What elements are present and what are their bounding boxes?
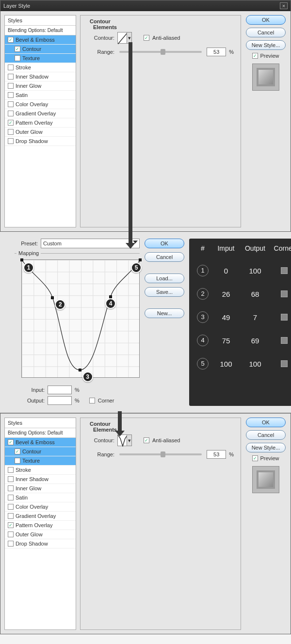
style-item-inner-shadow[interactable]: Inner Shadow: [5, 475, 76, 484]
chevron-down-icon[interactable]: [133, 241, 138, 243]
editor-cancel-button[interactable]: Cancel: [145, 252, 184, 262]
style-checkbox[interactable]: ✓: [15, 449, 20, 454]
style-checkbox[interactable]: ✓: [8, 37, 14, 43]
style-item-outer-glow[interactable]: Outer Glow: [5, 530, 76, 539]
editor-ok-button[interactable]: OK: [145, 239, 184, 248]
style-checkbox[interactable]: ✓: [15, 46, 20, 52]
chevron-down-icon[interactable]: ▾: [127, 32, 131, 43]
style-checkbox[interactable]: [8, 83, 14, 89]
style-checkbox[interactable]: [8, 476, 14, 482]
contour-graph[interactable]: 12345: [21, 259, 140, 378]
control-point[interactable]: [20, 258, 23, 261]
style-checkbox[interactable]: [8, 485, 14, 491]
control-point[interactable]: [51, 296, 54, 299]
style-item-satin[interactable]: Satin: [5, 91, 76, 100]
new-style-button[interactable]: New Style...: [246, 443, 286, 452]
close-icon[interactable]: ×: [280, 2, 288, 9]
style-checkbox[interactable]: [15, 458, 20, 464]
style-item-inner-glow[interactable]: Inner Glow: [5, 81, 76, 91]
anti-aliased-checkbox[interactable]: ✓: [144, 437, 149, 443]
range-value[interactable]: 53: [207, 48, 226, 56]
ok-button[interactable]: OK: [246, 418, 286, 427]
point-badge: 4: [105, 298, 116, 309]
col-num: #: [194, 244, 211, 252]
input-field[interactable]: [48, 386, 72, 394]
style-checkbox[interactable]: [8, 541, 14, 547]
contour-picker[interactable]: ▾: [117, 435, 132, 446]
style-checkbox[interactable]: [8, 467, 14, 473]
style-checkbox[interactable]: [8, 129, 14, 135]
point-badge: 2: [55, 299, 65, 310]
range-slider[interactable]: [119, 51, 202, 53]
new-style-button[interactable]: New Style...: [246, 40, 286, 50]
style-checkbox[interactable]: ✓: [8, 439, 14, 445]
contour-settings-panel: Contour Elements Contour: ▾ ✓ Anti-alias…: [80, 15, 241, 227]
style-checkbox[interactable]: [8, 495, 14, 500]
style-item-pattern-overlay[interactable]: ✓Pattern Overlay: [5, 521, 76, 530]
cancel-button[interactable]: Cancel: [246, 430, 286, 440]
ok-button[interactable]: OK: [246, 15, 286, 25]
style-checkbox[interactable]: [8, 92, 14, 98]
style-item-texture[interactable]: Texture: [5, 54, 76, 63]
style-label: Pattern Overlay: [16, 522, 52, 528]
output-field[interactable]: [48, 396, 72, 405]
preview-checkbox[interactable]: ✓: [252, 455, 258, 461]
style-item-color-overlay[interactable]: Color Overlay: [5, 100, 76, 109]
cancel-button[interactable]: Cancel: [246, 28, 286, 37]
style-checkbox[interactable]: ✓: [8, 120, 14, 126]
range-slider[interactable]: [119, 453, 202, 455]
range-value[interactable]: 53: [207, 450, 226, 459]
row-badge: 5: [197, 358, 209, 370]
style-item-outer-glow[interactable]: Outer Glow: [5, 128, 76, 137]
style-item-contour[interactable]: ✓Contour: [5, 447, 76, 456]
preview-checkbox[interactable]: ✓: [252, 53, 258, 59]
style-item-inner-glow[interactable]: Inner Glow: [5, 484, 76, 493]
style-checkbox[interactable]: [8, 504, 14, 510]
style-item-gradient-overlay[interactable]: Gradient Overlay: [5, 512, 76, 521]
row-corner-checkbox[interactable]: [281, 337, 288, 344]
row-corner-checkbox[interactable]: [281, 314, 288, 321]
style-label: Drop Shadow: [16, 138, 48, 144]
contour-picker[interactable]: ▾: [117, 32, 132, 44]
blending-options-label[interactable]: Blending Options: Default: [5, 428, 76, 438]
style-item-color-overlay[interactable]: Color Overlay: [5, 502, 76, 512]
save-button[interactable]: Save...: [145, 287, 184, 297]
new-button[interactable]: New...: [145, 308, 184, 318]
row-corner-checkbox[interactable]: [281, 267, 288, 274]
style-label: Satin: [16, 92, 28, 98]
style-item-contour[interactable]: ✓Contour: [5, 45, 76, 54]
style-checkbox[interactable]: [15, 55, 20, 61]
style-item-inner-shadow[interactable]: Inner Shadow: [5, 72, 76, 81]
style-checkbox[interactable]: [8, 111, 14, 116]
style-checkbox[interactable]: [8, 513, 14, 519]
style-item-satin[interactable]: Satin: [5, 493, 76, 502]
style-checkbox[interactable]: [8, 74, 14, 80]
corner-checkbox[interactable]: [89, 398, 95, 403]
range-label: Range:: [87, 49, 114, 55]
load-button[interactable]: Load...: [145, 274, 184, 283]
style-checkbox[interactable]: [8, 138, 14, 144]
control-point[interactable]: [139, 258, 142, 261]
style-checkbox[interactable]: ✓: [8, 522, 14, 528]
row-corner-checkbox[interactable]: [281, 290, 288, 297]
preset-combo[interactable]: Custom: [41, 239, 140, 248]
style-item-gradient-overlay[interactable]: Gradient Overlay: [5, 109, 76, 118]
style-item-stroke[interactable]: Stroke: [5, 466, 76, 475]
style-item-bevel-emboss[interactable]: ✓Bevel & Emboss: [5, 35, 76, 45]
style-checkbox[interactable]: [8, 64, 14, 70]
style-item-drop-shadow[interactable]: Drop Shadow: [5, 539, 76, 548]
control-point[interactable]: [79, 369, 81, 371]
row-corner-checkbox[interactable]: [281, 360, 288, 367]
style-item-stroke[interactable]: Stroke: [5, 63, 76, 72]
style-checkbox[interactable]: [8, 101, 14, 107]
anti-aliased-checkbox[interactable]: ✓: [144, 35, 149, 41]
input-unit: %: [75, 387, 80, 393]
blending-options-label[interactable]: Blending Options: Default: [5, 26, 76, 35]
style-item-bevel-emboss[interactable]: ✓Bevel & Emboss: [5, 438, 76, 447]
style-item-texture[interactable]: Texture: [5, 456, 76, 466]
style-checkbox[interactable]: [8, 531, 14, 537]
style-item-pattern-overlay[interactable]: ✓Pattern Overlay: [5, 118, 76, 128]
style-item-drop-shadow[interactable]: Drop Shadow: [5, 137, 76, 146]
chevron-down-icon[interactable]: ▾: [127, 435, 131, 446]
style-label: Contour: [22, 449, 41, 454]
